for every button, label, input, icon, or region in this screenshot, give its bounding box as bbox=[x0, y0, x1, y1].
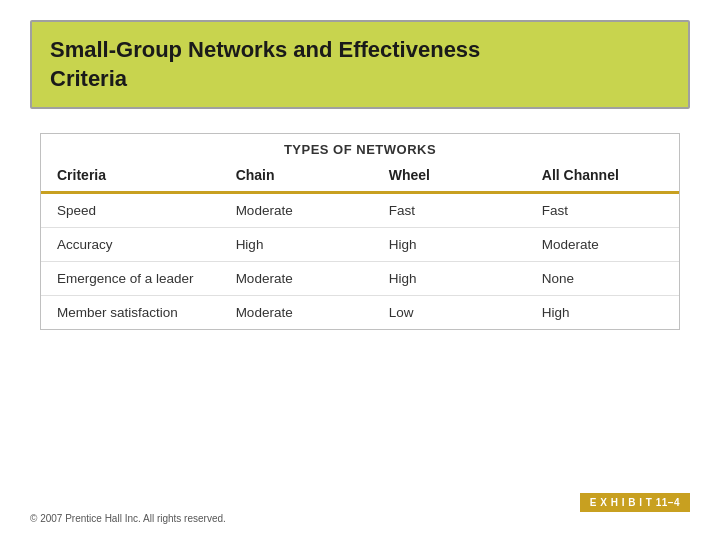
col-criteria: Criteria bbox=[41, 161, 220, 191]
slide-container: Small-Group Networks and Effectiveness C… bbox=[0, 0, 720, 540]
title-box: Small-Group Networks and Effectiveness C… bbox=[30, 20, 690, 109]
data-table: Criteria Chain Wheel All Channel SpeedMo… bbox=[41, 161, 679, 329]
table-row: AccuracyHighHighModerate bbox=[41, 228, 679, 262]
copyright-text: © 2007 Prentice Hall Inc. All rights res… bbox=[30, 513, 226, 524]
cell-chain: High bbox=[220, 228, 373, 262]
cell-all_channel: None bbox=[526, 262, 679, 296]
column-header-row: Criteria Chain Wheel All Channel bbox=[41, 161, 679, 191]
title-line2: Criteria bbox=[50, 66, 127, 91]
cell-criteria: Speed bbox=[41, 194, 220, 228]
col-wheel: Wheel bbox=[373, 161, 526, 191]
cell-criteria: Member satisfaction bbox=[41, 296, 220, 330]
col-all-channel: All Channel bbox=[526, 161, 679, 191]
table-row: SpeedModerateFastFast bbox=[41, 194, 679, 228]
cell-criteria: Accuracy bbox=[41, 228, 220, 262]
exhibit-badge: E X H I B I T 11–4 bbox=[580, 493, 690, 512]
cell-wheel: High bbox=[373, 262, 526, 296]
title-text: Small-Group Networks and Effectiveness C… bbox=[50, 36, 670, 93]
table-row: Member satisfactionModerateLowHigh bbox=[41, 296, 679, 330]
cell-chain: Moderate bbox=[220, 194, 373, 228]
cell-criteria: Emergence of a leader bbox=[41, 262, 220, 296]
table-body: SpeedModerateFastFastAccuracyHighHighMod… bbox=[41, 194, 679, 329]
col-chain: Chain bbox=[220, 161, 373, 191]
types-header: TYPES OF NETWORKS bbox=[41, 134, 679, 161]
cell-wheel: High bbox=[373, 228, 526, 262]
cell-all_channel: High bbox=[526, 296, 679, 330]
cell-chain: Moderate bbox=[220, 262, 373, 296]
title-line1: Small-Group Networks and Effectiveness bbox=[50, 37, 480, 62]
cell-all_channel: Moderate bbox=[526, 228, 679, 262]
cell-chain: Moderate bbox=[220, 296, 373, 330]
cell-all_channel: Fast bbox=[526, 194, 679, 228]
cell-wheel: Fast bbox=[373, 194, 526, 228]
cell-wheel: Low bbox=[373, 296, 526, 330]
table-wrapper: TYPES OF NETWORKS Criteria Chain Wheel A… bbox=[40, 133, 680, 330]
table-row: Emergence of a leaderModerateHighNone bbox=[41, 262, 679, 296]
